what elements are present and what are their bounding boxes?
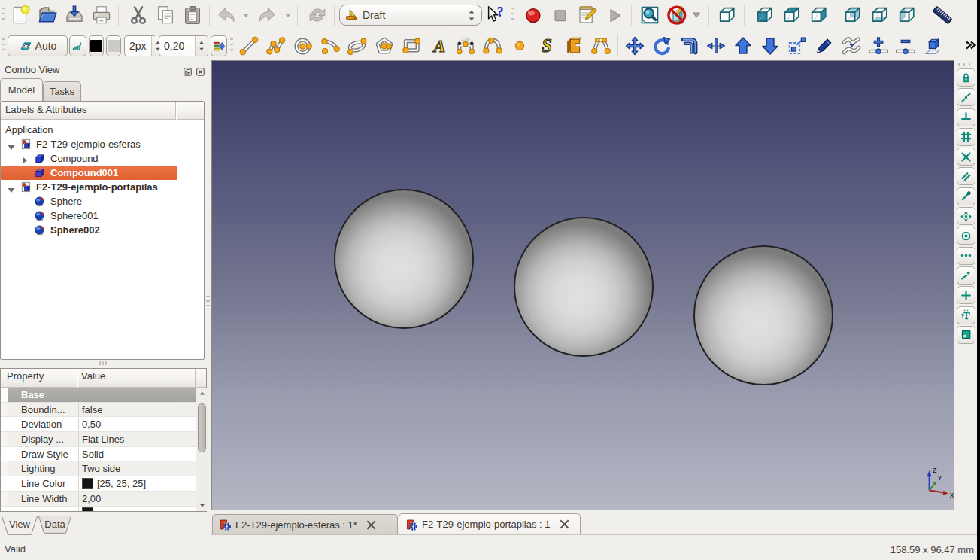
apply-style-button[interactable]	[211, 35, 227, 56]
scrollbar-thumb[interactable]	[198, 403, 206, 452]
working-plane-auto-button[interactable]: Auto	[8, 35, 68, 56]
toolbar-grip[interactable]	[958, 63, 973, 66]
scale-spin-arrows[interactable]	[195, 36, 208, 56]
main-splitter-handle[interactable]	[206, 296, 210, 306]
workbench-selector[interactable]: Draft	[339, 5, 482, 26]
draft-move-button[interactable]	[621, 32, 648, 60]
view-left-button[interactable]	[894, 2, 921, 29]
print-button[interactable]	[88, 2, 115, 29]
expander-closed-icon[interactable]	[22, 155, 29, 162]
draft-ellipse-button[interactable]	[344, 32, 371, 60]
close-tab-icon[interactable]	[560, 519, 569, 529]
whats-this-button[interactable]	[482, 2, 509, 29]
draft-text-button[interactable]	[425, 32, 452, 60]
tree-item-sphere001[interactable]: Sphere001	[1, 208, 177, 223]
toolbar-overflow-button[interactable]	[965, 40, 976, 50]
property-value[interactable]: Solid	[78, 447, 196, 461]
refresh-button[interactable]	[304, 2, 331, 29]
snap-working-plane-button[interactable]	[957, 326, 975, 344]
draft-wire-button[interactable]	[262, 32, 290, 60]
tree-item-sphere002[interactable]: Sphere002	[1, 223, 177, 237]
macro-stop-button[interactable]	[547, 2, 574, 29]
macro-edit-button[interactable]	[574, 2, 601, 29]
panel-splitter-handle[interactable]	[98, 361, 108, 366]
view-top-button[interactable]	[778, 2, 806, 29]
line-width-spinbox[interactable]: 2px	[124, 35, 156, 56]
toggle-construction-mode-button[interactable]	[69, 35, 86, 56]
copy-button[interactable]	[152, 2, 179, 29]
measure-distance-button[interactable]	[929, 2, 956, 29]
property-value[interactable]: Two side	[78, 461, 196, 476]
snap-dimensions-button[interactable]	[957, 306, 975, 324]
tree-item-compound001-selected[interactable]: Compound001	[1, 166, 177, 180]
draft-arc-button[interactable]	[317, 32, 344, 60]
draft-line-button[interactable]	[235, 32, 262, 60]
line-color-button[interactable]	[89, 35, 104, 56]
draft-add-point-button[interactable]	[865, 32, 892, 60]
tab-data[interactable]: Data	[38, 516, 71, 535]
tab-view[interactable]: View	[2, 516, 38, 535]
draft-trimex-button[interactable]	[702, 32, 730, 60]
cut-button[interactable]	[125, 2, 152, 29]
toolbar-grip[interactable]	[2, 38, 5, 53]
panel-close-button[interactable]	[196, 65, 205, 74]
property-row-drawstyle[interactable]: Draw Style Solid	[1, 447, 196, 462]
document-tab-esferas[interactable]: F2-T29-ejemplo-esferas : 1*	[212, 514, 398, 534]
property-row-deviation[interactable]: Deviation 0,50	[1, 417, 196, 432]
view-axonometric-button[interactable]	[714, 2, 741, 29]
draft-wire-to-bspline-button[interactable]	[838, 32, 865, 60]
snap-intersection-button[interactable]	[957, 148, 975, 166]
tree-header-extra[interactable]	[177, 102, 204, 120]
draft-offset-button[interactable]	[675, 32, 702, 60]
snap-midpoint-button[interactable]	[957, 88, 975, 106]
toolbar-grip[interactable]	[230, 38, 233, 53]
draft-edit-button[interactable]	[811, 32, 838, 60]
tree-item-document-portapilas[interactable]: F2-T29-ejemplo-portapilas	[1, 180, 177, 194]
property-row-boundingbox[interactable]: Boundin... false	[1, 403, 196, 418]
new-document-button[interactable]	[7, 2, 34, 29]
draft-bspline-button[interactable]	[479, 32, 506, 60]
snap-endpoint-button[interactable]	[957, 187, 975, 205]
tree-item-document-esferas[interactable]: F2-T29-ejemplo-esferas	[1, 137, 177, 151]
view-right-button[interactable]	[806, 2, 833, 29]
tree-item-compound[interactable]: Compound	[1, 151, 177, 166]
tree-header-labels[interactable]: Labels & Attributes	[1, 102, 176, 120]
redo-menu-button[interactable]	[282, 2, 294, 29]
toolbar-grip[interactable]	[511, 8, 514, 23]
draft-circle-button[interactable]	[290, 32, 317, 60]
sphere-object-1[interactable]	[334, 189, 474, 329]
draft-downgrade-button[interactable]	[757, 32, 784, 60]
save-document-button[interactable]	[61, 2, 88, 29]
tab-tasks[interactable]: Tasks	[43, 81, 81, 101]
property-column-header[interactable]: Property	[1, 369, 77, 388]
redo-button[interactable]	[253, 2, 281, 29]
draft-del-point-button[interactable]	[892, 32, 919, 60]
tree-item-sphere[interactable]: Sphere	[1, 194, 177, 208]
undo-button[interactable]	[213, 2, 240, 29]
draft-bezcurve-button[interactable]	[587, 32, 614, 60]
snap-perpendicular-button[interactable]	[957, 108, 975, 126]
property-row-displaymode[interactable]: Display ... Flat Lines	[1, 432, 196, 447]
property-row-linewidth[interactable]: Line Width 2,00	[1, 492, 196, 507]
view-fit-all-button[interactable]	[636, 2, 663, 29]
snap-center-button[interactable]	[957, 227, 975, 245]
view-front-button[interactable]	[751, 2, 778, 29]
snap-parallel-button[interactable]	[957, 167, 975, 185]
value-column-header[interactable]: Value	[78, 369, 196, 388]
close-tab-icon[interactable]	[366, 520, 376, 530]
property-row-linecolor[interactable]: Line Color [25, 25, 25]	[1, 476, 196, 492]
property-value[interactable]: Flat Lines	[78, 432, 196, 446]
scrollbar-up-button[interactable]	[197, 388, 207, 399]
snap-lock-button[interactable]	[957, 68, 975, 87]
tab-model[interactable]: Model	[0, 78, 43, 101]
draft-scale-button[interactable]	[784, 32, 811, 60]
draft-upgrade-button[interactable]	[730, 32, 757, 60]
snap-near-button[interactable]	[957, 266, 975, 285]
expander-open-icon[interactable]	[8, 142, 14, 148]
snap-grid-button[interactable]	[957, 128, 975, 146]
draft-facebinder-button[interactable]	[560, 32, 587, 60]
tree-item-application[interactable]: Application	[1, 123, 177, 137]
paste-button[interactable]	[179, 2, 206, 29]
document-tab-portapilas[interactable]: F2-T29-ejemplo-portapilas : 1	[399, 513, 581, 534]
scale-spinbox[interactable]: 0,20	[159, 35, 208, 56]
